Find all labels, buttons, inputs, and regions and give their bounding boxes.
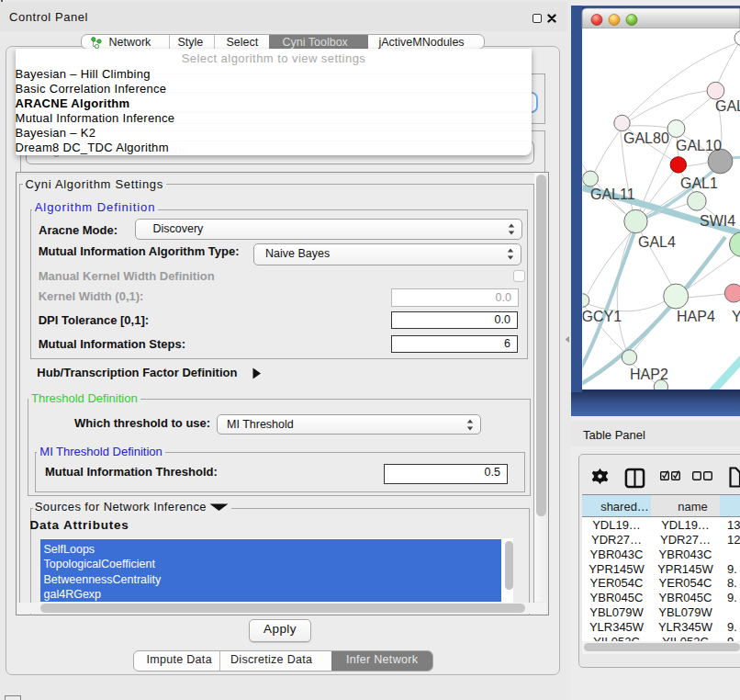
svg-text:GCY1: GCY1	[582, 309, 622, 324]
svg-text:SWI4: SWI4	[700, 213, 735, 229]
svg-text:GAL80: GAL80	[623, 130, 669, 146]
svg-text:HAP2: HAP2	[630, 367, 668, 382]
svg-text:GAL7: GAL7	[715, 98, 740, 114]
svg-text:GAL4: GAL4	[638, 234, 676, 250]
svg-text:HAP4: HAP4	[677, 309, 715, 324]
svg-text:GAL11: GAL11	[590, 186, 635, 202]
svg-text:GAL10: GAL10	[676, 138, 722, 153]
svg-text:Y: Y	[732, 309, 740, 324]
svg-text:GAL1: GAL1	[680, 175, 718, 191]
